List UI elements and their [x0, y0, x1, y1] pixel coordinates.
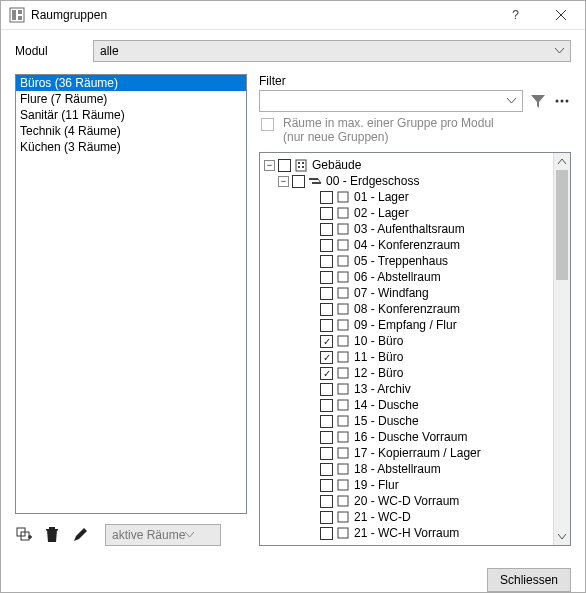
room-icon	[336, 414, 350, 428]
tree-checkbox[interactable]	[320, 511, 333, 524]
tree-checkbox[interactable]	[320, 447, 333, 460]
group-listbox[interactable]: Büros (36 Räume)Flure (7 Räume)Sanitär (…	[15, 74, 247, 514]
room-icon	[336, 350, 350, 364]
tree-node-label: 15 - Dusche	[354, 414, 419, 428]
group-list-item[interactable]: Küchen (3 Räume)	[16, 139, 246, 155]
room-tree[interactable]: −Gebäude−00 - Erdgeschoss01 - Lager02 - …	[260, 153, 553, 545]
svg-rect-27	[338, 304, 348, 314]
close-button[interactable]: Schliessen	[487, 568, 571, 592]
tree-node-label: 20 - WC-D Vorraum	[354, 494, 459, 508]
svg-rect-1	[12, 10, 16, 20]
room-icon	[336, 382, 350, 396]
constraint-checkbox[interactable]	[261, 118, 274, 131]
tree-node[interactable]: 08 - Konferenzraum	[262, 301, 551, 317]
filter-icon-button[interactable]	[529, 92, 547, 110]
tree-node-label: 07 - Windfang	[354, 286, 429, 300]
tree-checkbox[interactable]	[320, 239, 333, 252]
edit-group-button[interactable]	[71, 526, 89, 544]
svg-rect-25	[338, 272, 348, 282]
room-icon	[336, 462, 350, 476]
tree-checkbox[interactable]	[320, 319, 333, 332]
tree-node[interactable]: 21 - WC-H Vorraum	[262, 525, 551, 541]
tree-node-label: 19 - Flur	[354, 478, 399, 492]
tree-node[interactable]: 05 - Treppenhaus	[262, 253, 551, 269]
tree-checkbox[interactable]	[320, 463, 333, 476]
tree-checkbox[interactable]	[320, 431, 333, 444]
room-icon	[336, 494, 350, 508]
tree-node[interactable]: 02 - Lager	[262, 205, 551, 221]
body: Büros (36 Räume)Flure (7 Räume)Sanitär (…	[15, 74, 571, 546]
svg-point-14	[566, 100, 569, 103]
tree-node[interactable]: 11 - Büro	[262, 349, 551, 365]
tree-node[interactable]: −00 - Erdgeschoss	[262, 173, 551, 189]
tree-checkbox[interactable]	[320, 367, 333, 380]
tree-node[interactable]: 14 - Dusche	[262, 397, 551, 413]
tree-node[interactable]: −Gebäude	[262, 157, 551, 173]
tree-node[interactable]: 04 - Konferenzraum	[262, 237, 551, 253]
tree-checkbox[interactable]	[320, 495, 333, 508]
building-icon	[294, 158, 308, 172]
tree-node[interactable]: 18 - Abstellraum	[262, 461, 551, 477]
tree-checkbox[interactable]	[320, 479, 333, 492]
svg-rect-10	[49, 527, 55, 529]
svg-rect-17	[302, 162, 304, 164]
tree-checkbox[interactable]	[320, 271, 333, 284]
tree-node[interactable]: 15 - Dusche	[262, 413, 551, 429]
tree-checkbox[interactable]	[320, 335, 333, 348]
tree-checkbox[interactable]	[320, 191, 333, 204]
tree-node[interactable]: 20 - WC-D Vorraum	[262, 493, 551, 509]
svg-rect-40	[338, 512, 348, 522]
tree-checkbox[interactable]	[320, 383, 333, 396]
tree-node[interactable]: 16 - Dusche Vorraum	[262, 429, 551, 445]
tree-checkbox[interactable]	[292, 175, 305, 188]
tree-node[interactable]: 19 - Flur	[262, 477, 551, 493]
tree-checkbox[interactable]	[320, 527, 333, 540]
tree-checkbox[interactable]	[320, 255, 333, 268]
room-state-select[interactable]: aktive Räume	[105, 524, 221, 546]
tree-node[interactable]: 06 - Abstellraum	[262, 269, 551, 285]
tree-node-label: 12 - Büro	[354, 366, 403, 380]
tree-checkbox[interactable]	[320, 287, 333, 300]
svg-rect-24	[338, 256, 348, 266]
svg-rect-2	[18, 10, 22, 14]
tree-node[interactable]: 13 - Archiv	[262, 381, 551, 397]
add-group-button[interactable]	[15, 526, 33, 544]
tree-node[interactable]: 01 - Lager	[262, 189, 551, 205]
vertical-scrollbar[interactable]	[553, 153, 570, 545]
tree-checkbox[interactable]	[320, 303, 333, 316]
tree-node[interactable]: 12 - Büro	[262, 365, 551, 381]
tree-node[interactable]: 17 - Kopierraum / Lager	[262, 445, 551, 461]
group-list-item[interactable]: Büros (36 Räume)	[16, 75, 246, 91]
tree-node[interactable]: 10 - Büro	[262, 333, 551, 349]
svg-rect-26	[338, 288, 348, 298]
tree-node[interactable]: 03 - Aufenthaltsraum	[262, 221, 551, 237]
group-list-item[interactable]: Flure (7 Räume)	[16, 91, 246, 107]
room-icon	[336, 222, 350, 236]
tree-checkbox[interactable]	[320, 207, 333, 220]
tree-node[interactable]: 21 - WC-D	[262, 509, 551, 525]
help-button[interactable]: ?	[493, 1, 538, 29]
group-list-item[interactable]: Sanitär (11 Räume)	[16, 107, 246, 123]
room-icon	[336, 190, 350, 204]
filter-more-button[interactable]	[553, 92, 571, 110]
scroll-up-button[interactable]	[554, 153, 570, 170]
scroll-down-button[interactable]	[554, 528, 570, 545]
scroll-thumb[interactable]	[556, 170, 568, 280]
tree-checkbox[interactable]	[320, 223, 333, 236]
tree-node[interactable]: 07 - Windfang	[262, 285, 551, 301]
tree-toggle[interactable]: −	[264, 160, 275, 171]
modul-select[interactable]: alle	[93, 40, 571, 62]
tree-toggle[interactable]: −	[278, 176, 289, 187]
tree-checkbox[interactable]	[320, 351, 333, 364]
tree-node[interactable]: 09 - Empfang / Flur	[262, 317, 551, 333]
tree-checkbox[interactable]	[278, 159, 291, 172]
tree-checkbox[interactable]	[320, 415, 333, 428]
group-list-item[interactable]: Technik (4 Räume)	[16, 123, 246, 139]
filter-combobox[interactable]	[259, 90, 523, 112]
footer: Schliessen	[1, 558, 585, 593]
room-icon	[336, 286, 350, 300]
tree-checkbox[interactable]	[320, 399, 333, 412]
delete-group-button[interactable]	[43, 526, 61, 544]
close-window-button[interactable]	[538, 1, 583, 29]
left-panel: Büros (36 Räume)Flure (7 Räume)Sanitär (…	[15, 74, 247, 546]
